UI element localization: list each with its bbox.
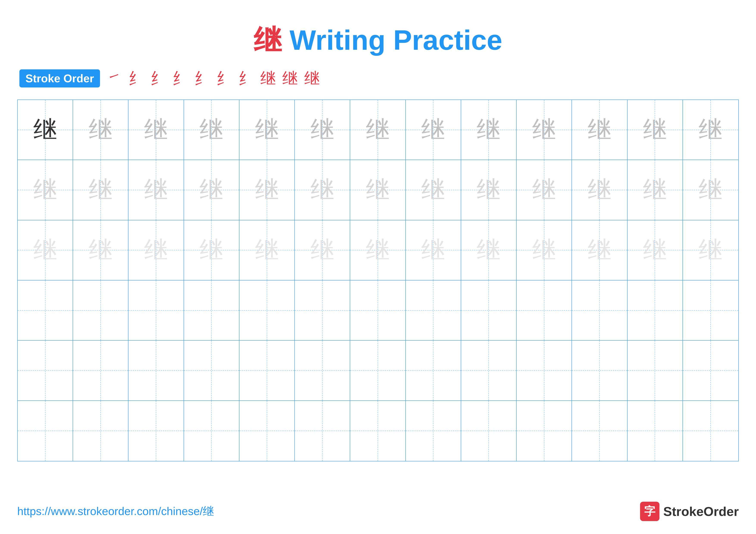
- grid-cell[interactable]: [295, 401, 350, 461]
- grid-cell[interactable]: 继: [461, 220, 517, 280]
- grid-cell[interactable]: [295, 341, 350, 400]
- grid-cell[interactable]: [461, 280, 517, 340]
- grid-cell[interactable]: 继: [683, 220, 738, 280]
- grid-cell[interactable]: [461, 341, 517, 400]
- grid-cell[interactable]: [628, 401, 683, 461]
- practice-char: 继: [200, 114, 223, 146]
- grid-cell[interactable]: [128, 401, 184, 461]
- grid-cell[interactable]: 继: [683, 160, 738, 220]
- grid-cell[interactable]: 继: [184, 220, 239, 280]
- grid-cell[interactable]: 继: [295, 220, 350, 280]
- grid-cell[interactable]: 继: [461, 100, 517, 160]
- grid-cell[interactable]: [295, 280, 350, 340]
- grid-cell[interactable]: [683, 280, 738, 340]
- grid-cell[interactable]: 继: [73, 160, 128, 220]
- grid-cell[interactable]: [572, 401, 627, 461]
- grid-cell[interactable]: [406, 280, 461, 340]
- grid-cell[interactable]: [184, 401, 239, 461]
- grid-cell[interactable]: 继: [572, 100, 627, 160]
- grid-cell[interactable]: 继: [461, 160, 517, 220]
- grid-cell[interactable]: 继: [406, 160, 461, 220]
- grid-cell[interactable]: [628, 341, 683, 400]
- grid-cell[interactable]: 继: [128, 100, 184, 160]
- grid-cell[interactable]: [239, 341, 295, 400]
- practice-char: 继: [366, 174, 390, 206]
- grid-cell[interactable]: [517, 341, 572, 400]
- grid-cell[interactable]: [18, 341, 73, 400]
- grid-cell[interactable]: [73, 401, 128, 461]
- grid-cell[interactable]: 继: [517, 220, 572, 280]
- grid-cell[interactable]: [239, 401, 295, 461]
- grid-cell[interactable]: 继: [18, 100, 73, 160]
- grid-cell[interactable]: 继: [239, 160, 295, 220]
- grid-cell[interactable]: 继: [128, 160, 184, 220]
- grid-cell[interactable]: [73, 341, 128, 400]
- grid-cell[interactable]: [239, 280, 295, 340]
- grid-cell[interactable]: [683, 341, 738, 400]
- title-chinese-char: 继: [254, 24, 282, 56]
- practice-char: 继: [144, 114, 168, 146]
- grid-cell[interactable]: 继: [517, 160, 572, 220]
- grid-cell[interactable]: [350, 341, 406, 400]
- grid-cell[interactable]: [73, 280, 128, 340]
- grid-cell[interactable]: 继: [350, 160, 406, 220]
- grid-cell[interactable]: [461, 401, 517, 461]
- stroke-order-badge: Stroke Order: [19, 69, 100, 88]
- grid-cell[interactable]: 继: [184, 160, 239, 220]
- grid-cell[interactable]: 继: [73, 220, 128, 280]
- grid-cell[interactable]: 继: [628, 220, 683, 280]
- grid-cell[interactable]: 继: [18, 160, 73, 220]
- practice-char: 继: [255, 234, 279, 266]
- grid-cell[interactable]: 继: [18, 220, 73, 280]
- grid-cell[interactable]: [517, 280, 572, 340]
- practice-char: 继: [89, 114, 113, 146]
- grid-cell[interactable]: [572, 341, 627, 400]
- stroke-step-6: 纟: [216, 68, 232, 89]
- practice-char: 继: [200, 234, 223, 266]
- grid-cell[interactable]: [683, 401, 738, 461]
- page: 继 Writing Practice Stroke Order ㇀ 纟 纟 纟 …: [0, 0, 756, 534]
- stroke-step-5: 纟: [194, 68, 210, 89]
- grid-cell[interactable]: [406, 401, 461, 461]
- stroke-order-row: Stroke Order ㇀ 纟 纟 纟 纟 纟 纟 继 继 继: [17, 68, 739, 89]
- grid-cell[interactable]: [406, 341, 461, 400]
- practice-char: 继: [89, 234, 113, 266]
- grid-cell[interactable]: [517, 401, 572, 461]
- practice-char: 继: [310, 114, 334, 146]
- grid-cell[interactable]: 继: [406, 220, 461, 280]
- grid-cell[interactable]: [128, 341, 184, 400]
- footer-url[interactable]: https://www.strokeorder.com/chinese/继: [17, 504, 214, 519]
- grid-cell[interactable]: [128, 280, 184, 340]
- grid-cell[interactable]: [572, 280, 627, 340]
- grid-cell[interactable]: 继: [73, 100, 128, 160]
- grid-cell[interactable]: 继: [628, 100, 683, 160]
- grid-cell[interactable]: [184, 280, 239, 340]
- practice-char: 继: [477, 174, 500, 206]
- grid-cell[interactable]: 继: [295, 160, 350, 220]
- grid-cell[interactable]: [350, 401, 406, 461]
- grid-cell[interactable]: [18, 280, 73, 340]
- grid-cell[interactable]: [18, 401, 73, 461]
- title-text: Writing Practice: [282, 24, 502, 56]
- grid-cell[interactable]: [628, 280, 683, 340]
- grid-cell[interactable]: 继: [517, 100, 572, 160]
- grid-cell[interactable]: 继: [350, 220, 406, 280]
- grid-cell[interactable]: 继: [683, 100, 738, 160]
- grid-cell[interactable]: 继: [572, 220, 627, 280]
- practice-char: 继: [310, 234, 334, 266]
- grid-cell[interactable]: 继: [572, 160, 627, 220]
- grid-cell[interactable]: 继: [239, 100, 295, 160]
- grid-cell[interactable]: 继: [184, 100, 239, 160]
- grid-cell[interactable]: 继: [628, 160, 683, 220]
- grid-cell[interactable]: 继: [406, 100, 461, 160]
- practice-char: 继: [643, 174, 667, 206]
- grid-cell[interactable]: [184, 341, 239, 400]
- practice-char: 继: [200, 174, 223, 206]
- grid-cell[interactable]: 继: [295, 100, 350, 160]
- grid-cell[interactable]: [350, 280, 406, 340]
- grid-cell[interactable]: 继: [128, 220, 184, 280]
- logo-text: StrokeOrder: [663, 504, 739, 519]
- grid-cell[interactable]: 继: [239, 220, 295, 280]
- grid-cell[interactable]: 继: [350, 100, 406, 160]
- practice-char: 继: [699, 234, 722, 266]
